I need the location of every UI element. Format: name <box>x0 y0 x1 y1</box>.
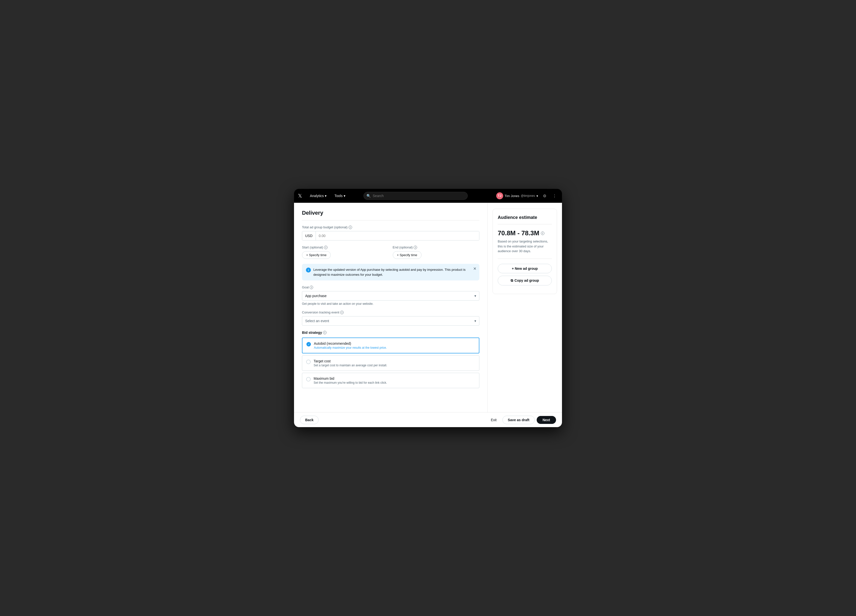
autobid-desc: Automatically maximize your results at t… <box>314 346 387 350</box>
analytics-chevron-icon: ▾ <box>325 194 326 198</box>
banner-info-icon: i <box>306 268 311 273</box>
time-row: Start (optional) i + Specify time End (o… <box>302 245 479 259</box>
bid-strategy-label: Bid strategy i <box>302 331 479 334</box>
audience-card: Audience estimate 70.8M - 78.3M i Based … <box>493 209 557 294</box>
maximum-bid-title: Maximum bid <box>314 376 387 380</box>
bottom-bar: Back Exit Save as draft Next <box>294 412 562 427</box>
tools-chevron-icon: ▾ <box>343 194 345 198</box>
start-info-icon[interactable]: i <box>324 246 328 249</box>
copy-icon: ⧉ <box>511 279 513 283</box>
exit-button[interactable]: Exit <box>487 416 500 424</box>
device-frame: 𝕏 Analytics ▾ Tools ▾ 🔍 TJ Tim Jones @ti… <box>294 189 562 427</box>
user-name: Tim Jones <box>505 194 519 198</box>
autobid-content: Autobid (recommended) Automatically maxi… <box>314 342 387 350</box>
copy-ad-group-button[interactable]: ⧉ Copy ad group <box>498 276 552 285</box>
bid-strategy-section: Bid strategy i ✓ Autobid (recommended) A… <box>302 331 479 388</box>
avatar: TJ <box>496 192 503 199</box>
conversion-section: Conversion tracking event i Select an ev… <box>302 311 479 326</box>
maximum-bid-radio <box>306 377 311 382</box>
form-panel: Delivery Total ad group budget (optional… <box>294 203 488 412</box>
end-label: End (optional) i <box>393 245 480 249</box>
budget-label: Total ad group budget (optional) i <box>302 225 479 229</box>
end-time-col: End (optional) i + Specify time <box>393 245 480 259</box>
budget-input-row: USD <box>302 231 479 240</box>
conversion-label: Conversion tracking event i <box>302 311 479 314</box>
autobid-title: Autobid (recommended) <box>314 342 387 345</box>
maximum-bid-desc: Set the maximum you're willing to bid fo… <box>314 381 387 385</box>
user-chevron-icon: ▾ <box>536 194 538 198</box>
search-container: 🔍 <box>363 192 468 200</box>
end-info-icon[interactable]: i <box>414 246 417 249</box>
copy-ad-group-label: Copy ad group <box>514 279 539 282</box>
start-time-col: Start (optional) i + Specify time <box>302 245 389 259</box>
goal-select-display: App purchase <box>302 291 479 300</box>
tools-label: Tools <box>334 194 343 198</box>
banner-text: Leverage the updated version of App purc… <box>313 267 476 277</box>
analytics-nav-item[interactable]: Analytics ▾ <box>308 193 328 199</box>
budget-input[interactable] <box>316 231 479 240</box>
end-specify-button[interactable]: + Specify time <box>393 251 422 259</box>
goal-chevron-icon: ▾ <box>474 294 476 298</box>
goal-select[interactable]: App purchase ▾ <box>302 291 479 300</box>
tools-nav-item[interactable]: Tools ▾ <box>333 193 347 199</box>
search-icon: 🔍 <box>366 194 371 198</box>
target-cost-content: Target cost Set a target cost to maintai… <box>314 359 387 367</box>
sidebar-panel: Audience estimate 70.8M - 78.3M i Based … <box>488 203 562 412</box>
conversion-info-icon[interactable]: i <box>340 311 343 314</box>
goal-section: Goal i App purchase ▾ Get people to visi… <box>302 285 479 305</box>
audience-desc: Based on your targeting selections, this… <box>498 239 552 259</box>
goal-info-icon[interactable]: i <box>309 286 313 289</box>
save-draft-button[interactable]: Save as draft <box>502 416 534 424</box>
banner-close-button[interactable]: ✕ <box>473 267 476 271</box>
conversion-select-display: Select an event <box>302 316 479 325</box>
goal-hint: Get people to visit and take an action o… <box>302 302 479 305</box>
user-menu[interactable]: TJ Tim Jones @timjones ▾ <box>496 192 538 199</box>
next-button[interactable]: Next <box>537 416 556 424</box>
autobid-option[interactable]: ✓ Autobid (recommended) Automatically ma… <box>302 337 479 353</box>
page-title: Delivery <box>302 210 479 220</box>
nav-right: TJ Tim Jones @timjones ▾ ⚙ ⋮ <box>496 192 558 199</box>
currency-label: USD <box>302 231 316 240</box>
target-cost-desc: Set a target cost to maintain an average… <box>314 363 387 367</box>
logo-icon: 𝕏 <box>298 193 302 199</box>
maximum-bid-content: Maximum bid Set the maximum you're willi… <box>314 376 387 385</box>
bid-strategy-info-icon[interactable]: i <box>323 331 326 334</box>
start-specify-button[interactable]: + Specify time <box>302 251 331 259</box>
budget-info-icon[interactable]: i <box>349 226 352 229</box>
conversion-chevron-icon: ▾ <box>474 319 476 323</box>
audience-title: Audience estimate <box>498 215 552 224</box>
target-cost-radio <box>306 360 311 364</box>
back-button[interactable]: Back <box>300 416 319 424</box>
analytics-label: Analytics <box>310 194 324 198</box>
maximum-bid-option[interactable]: Maximum bid Set the maximum you're willi… <box>302 373 479 388</box>
start-label: Start (optional) i <box>302 245 389 249</box>
target-cost-option[interactable]: Target cost Set a target cost to maintai… <box>302 356 479 371</box>
conversion-select[interactable]: Select an event ▾ <box>302 316 479 326</box>
user-handle: @timjones <box>521 194 535 197</box>
new-ad-group-button[interactable]: + New ad group <box>498 264 552 273</box>
goal-label: Goal i <box>302 285 479 289</box>
audience-info-icon[interactable]: i <box>541 231 544 235</box>
audience-range: 70.8M - 78.3M i <box>498 229 552 237</box>
target-cost-title: Target cost <box>314 359 387 363</box>
budget-section: Total ad group budget (optional) i USD <box>302 225 479 240</box>
info-banner: i Leverage the updated version of App pu… <box>302 264 479 280</box>
settings-button[interactable]: ⚙ <box>541 192 548 199</box>
search-input[interactable] <box>363 192 468 200</box>
main-area: Delivery Total ad group budget (optional… <box>294 203 562 412</box>
autobid-selected-icon: ✓ <box>306 342 311 346</box>
more-options-button[interactable]: ⋮ <box>551 192 558 199</box>
top-nav: 𝕏 Analytics ▾ Tools ▾ 🔍 TJ Tim Jones @ti… <box>294 189 562 203</box>
